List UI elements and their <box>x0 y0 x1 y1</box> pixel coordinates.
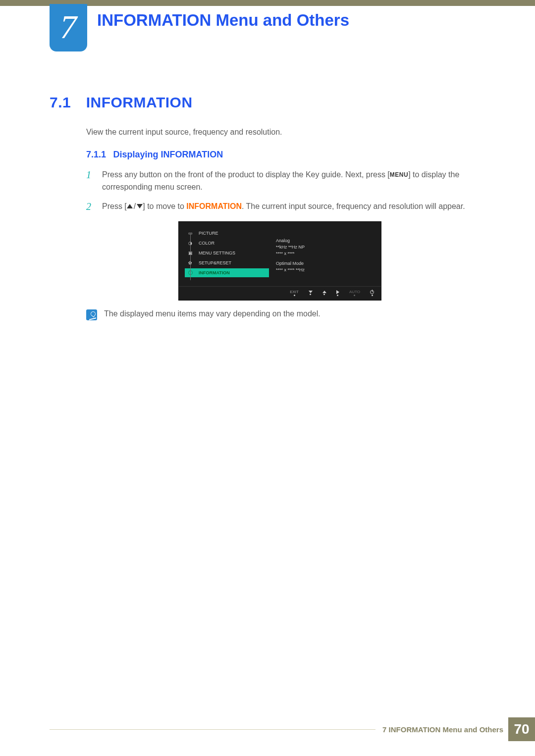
osd-info-line: **** x **** <box>276 251 375 257</box>
osd-item-setup-reset: ✿ SETUP&RESET <box>185 258 269 267</box>
chapter-badge: 7 <box>50 4 87 51</box>
osd-label: INFORMATION <box>199 270 230 275</box>
subsection-number: 7.1.1 <box>86 150 106 159</box>
osd-label: PICTURE <box>199 231 218 236</box>
osd-label: SETUP&RESET <box>199 260 231 265</box>
steps-list: 1 Press any button on the front of the p… <box>86 169 490 212</box>
osd-item-color: ◑ COLOR <box>185 239 269 248</box>
chapter-title: INFORMATION Menu and Others <box>97 11 349 30</box>
step-number: 2 <box>86 201 94 213</box>
osd-item-picture: ▭ PICTURE <box>185 229 269 238</box>
step-body: Press [/] to move to INFORMATION. The cu… <box>102 201 465 213</box>
osd-item-menu-settings: ▣ MENU SETTINGS <box>185 249 269 257</box>
page-footer: 7 INFORMATION Menu and Others 70 <box>50 717 535 741</box>
osd-label: MENU SETTINGS <box>199 251 235 255</box>
osd-info-line: Optimal Mode <box>276 260 375 267</box>
footer-rule <box>50 729 375 730</box>
section-intro: View the current input source, frequency… <box>86 128 490 137</box>
osd-screenshot: ▭ PICTURE ◑ COLOR ▣ MENU SETTINGS ✿ <box>178 221 490 301</box>
osd-panel: ▭ PICTURE ◑ COLOR ▣ MENU SETTINGS ✿ <box>178 221 381 301</box>
chapter-number: 7 <box>60 10 77 44</box>
step-1: 1 Press any button on the front of the p… <box>86 169 490 194</box>
osd-down-control <box>309 291 313 295</box>
page-number: 70 <box>514 721 529 737</box>
section-heading: 7.1 INFORMATION <box>50 94 490 111</box>
slash: / <box>133 202 137 210</box>
osd-info-panel: Analog **kHz **Hz NP **** x **** Optimal… <box>269 229 375 284</box>
osd-auto-label: AUTO <box>349 290 360 294</box>
section-number: 7.1 <box>50 94 71 110</box>
step2-text-before: Press [ <box>102 202 127 210</box>
osd-menu-list: ▭ PICTURE ◑ COLOR ▣ MENU SETTINGS ✿ <box>185 229 269 284</box>
osd-exit: EXIT <box>290 290 299 296</box>
page-number-badge: 70 <box>508 717 535 741</box>
osd-up-control <box>322 291 326 295</box>
note-row: The displayed menu items may vary depend… <box>86 309 490 320</box>
osd-footer: EXIT AUTO <box>179 286 381 300</box>
subsection-title: Displaying INFORMATION <box>113 150 223 159</box>
osd-info-line: **** x **** **Hz <box>276 267 375 273</box>
step2-text-after: . The current input source, frequency an… <box>242 202 465 210</box>
content-area: 7.1 INFORMATION View the current input s… <box>50 94 490 320</box>
step-body: Press any button on the front of the pro… <box>102 169 490 194</box>
osd-label: COLOR <box>199 241 214 246</box>
step1-text-before: Press any button on the front of the pro… <box>102 170 390 179</box>
arrow-up-icon <box>127 204 133 208</box>
step2-text-mid: ] to move to <box>143 202 186 210</box>
osd-info-line: **kHz **Hz NP <box>276 244 375 251</box>
osd-info-line: Analog <box>276 238 375 244</box>
power-icon <box>370 290 374 294</box>
arrow-down-icon <box>137 204 143 208</box>
step-number: 1 <box>86 169 94 194</box>
step-2: 2 Press [/] to move to INFORMATION. The … <box>86 201 490 213</box>
osd-enter-control <box>336 290 339 296</box>
note-text: The displayed menu items may vary depend… <box>104 309 321 318</box>
osd-item-information: ⓘ INFORMATION <box>185 268 269 277</box>
information-keyword: INFORMATION <box>186 202 242 210</box>
menu-key-label: MENU <box>390 170 408 180</box>
osd-power-control <box>370 290 374 296</box>
subsection-heading: 7.1.1 Displaying INFORMATION <box>86 150 490 160</box>
osd-exit-label: EXIT <box>290 290 299 294</box>
page: 7 INFORMATION Menu and Others 7.1 INFORM… <box>0 0 535 756</box>
section-title: INFORMATION <box>86 94 193 110</box>
osd-auto: AUTO <box>349 290 360 296</box>
osd-tree-line <box>190 233 191 280</box>
footer-label: 7 INFORMATION Menu and Others <box>382 725 503 734</box>
note-icon <box>86 309 97 320</box>
